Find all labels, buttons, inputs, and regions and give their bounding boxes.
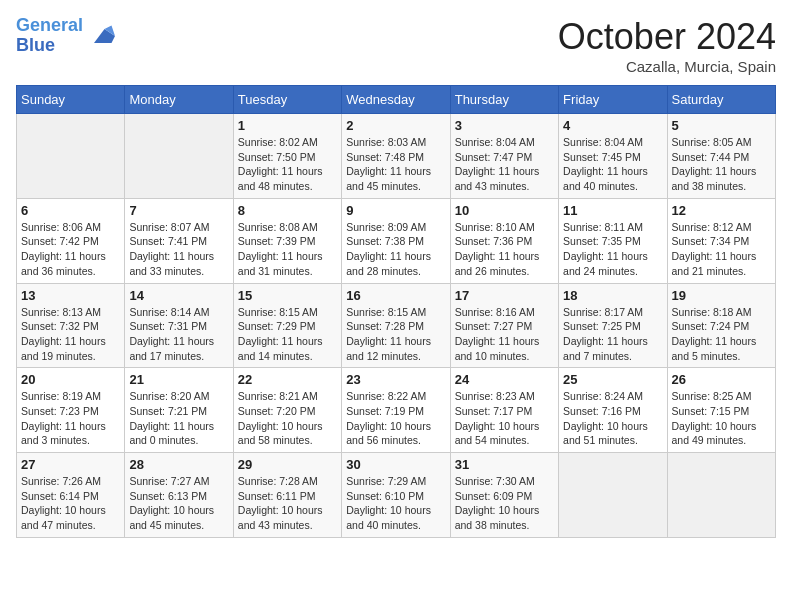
header-tuesday: Tuesday — [233, 86, 341, 114]
logo: GeneralBlue — [16, 16, 115, 56]
day-detail: Sunrise: 8:25 AM Sunset: 7:15 PM Dayligh… — [672, 389, 771, 448]
day-detail: Sunrise: 8:03 AM Sunset: 7:48 PM Dayligh… — [346, 135, 445, 194]
day-detail: Sunrise: 8:17 AM Sunset: 7:25 PM Dayligh… — [563, 305, 662, 364]
day-detail: Sunrise: 8:23 AM Sunset: 7:17 PM Dayligh… — [455, 389, 554, 448]
day-detail: Sunrise: 8:15 AM Sunset: 7:29 PM Dayligh… — [238, 305, 337, 364]
day-detail: Sunrise: 8:12 AM Sunset: 7:34 PM Dayligh… — [672, 220, 771, 279]
day-detail: Sunrise: 8:11 AM Sunset: 7:35 PM Dayligh… — [563, 220, 662, 279]
calendar-cell — [17, 114, 125, 199]
day-detail: Sunrise: 8:04 AM Sunset: 7:45 PM Dayligh… — [563, 135, 662, 194]
day-detail: Sunrise: 8:18 AM Sunset: 7:24 PM Dayligh… — [672, 305, 771, 364]
calendar-cell: 19Sunrise: 8:18 AM Sunset: 7:24 PM Dayli… — [667, 283, 775, 368]
calendar-cell: 14Sunrise: 8:14 AM Sunset: 7:31 PM Dayli… — [125, 283, 233, 368]
day-number: 25 — [563, 372, 662, 387]
day-number: 3 — [455, 118, 554, 133]
day-detail: Sunrise: 7:29 AM Sunset: 6:10 PM Dayligh… — [346, 474, 445, 533]
calendar-cell — [125, 114, 233, 199]
calendar-cell: 12Sunrise: 8:12 AM Sunset: 7:34 PM Dayli… — [667, 198, 775, 283]
day-detail: Sunrise: 8:07 AM Sunset: 7:41 PM Dayligh… — [129, 220, 228, 279]
day-number: 2 — [346, 118, 445, 133]
day-number: 16 — [346, 288, 445, 303]
title-block: October 2024 Cazalla, Murcia, Spain — [558, 16, 776, 75]
calendar-cell: 17Sunrise: 8:16 AM Sunset: 7:27 PM Dayli… — [450, 283, 558, 368]
day-number: 17 — [455, 288, 554, 303]
calendar-cell: 21Sunrise: 8:20 AM Sunset: 7:21 PM Dayli… — [125, 368, 233, 453]
day-number: 26 — [672, 372, 771, 387]
header-sunday: Sunday — [17, 86, 125, 114]
day-number: 8 — [238, 203, 337, 218]
day-number: 13 — [21, 288, 120, 303]
calendar-cell: 2Sunrise: 8:03 AM Sunset: 7:48 PM Daylig… — [342, 114, 450, 199]
header-saturday: Saturday — [667, 86, 775, 114]
header-monday: Monday — [125, 86, 233, 114]
calendar-cell: 1Sunrise: 8:02 AM Sunset: 7:50 PM Daylig… — [233, 114, 341, 199]
calendar-cell: 11Sunrise: 8:11 AM Sunset: 7:35 PM Dayli… — [559, 198, 667, 283]
week-row-5: 27Sunrise: 7:26 AM Sunset: 6:14 PM Dayli… — [17, 453, 776, 538]
calendar-cell: 22Sunrise: 8:21 AM Sunset: 7:20 PM Dayli… — [233, 368, 341, 453]
day-detail: Sunrise: 8:22 AM Sunset: 7:19 PM Dayligh… — [346, 389, 445, 448]
day-number: 1 — [238, 118, 337, 133]
calendar-cell: 30Sunrise: 7:29 AM Sunset: 6:10 PM Dayli… — [342, 453, 450, 538]
calendar-cell: 6Sunrise: 8:06 AM Sunset: 7:42 PM Daylig… — [17, 198, 125, 283]
calendar-cell: 29Sunrise: 7:28 AM Sunset: 6:11 PM Dayli… — [233, 453, 341, 538]
day-number: 31 — [455, 457, 554, 472]
calendar-cell: 23Sunrise: 8:22 AM Sunset: 7:19 PM Dayli… — [342, 368, 450, 453]
calendar-cell: 4Sunrise: 8:04 AM Sunset: 7:45 PM Daylig… — [559, 114, 667, 199]
day-detail: Sunrise: 7:26 AM Sunset: 6:14 PM Dayligh… — [21, 474, 120, 533]
day-number: 7 — [129, 203, 228, 218]
day-detail: Sunrise: 8:24 AM Sunset: 7:16 PM Dayligh… — [563, 389, 662, 448]
calendar-cell: 27Sunrise: 7:26 AM Sunset: 6:14 PM Dayli… — [17, 453, 125, 538]
week-row-3: 13Sunrise: 8:13 AM Sunset: 7:32 PM Dayli… — [17, 283, 776, 368]
week-row-1: 1Sunrise: 8:02 AM Sunset: 7:50 PM Daylig… — [17, 114, 776, 199]
week-row-4: 20Sunrise: 8:19 AM Sunset: 7:23 PM Dayli… — [17, 368, 776, 453]
day-detail: Sunrise: 8:08 AM Sunset: 7:39 PM Dayligh… — [238, 220, 337, 279]
day-number: 23 — [346, 372, 445, 387]
calendar-cell: 8Sunrise: 8:08 AM Sunset: 7:39 PM Daylig… — [233, 198, 341, 283]
calendar-cell: 24Sunrise: 8:23 AM Sunset: 7:17 PM Dayli… — [450, 368, 558, 453]
day-detail: Sunrise: 7:30 AM Sunset: 6:09 PM Dayligh… — [455, 474, 554, 533]
calendar-body: 1Sunrise: 8:02 AM Sunset: 7:50 PM Daylig… — [17, 114, 776, 538]
calendar-cell: 28Sunrise: 7:27 AM Sunset: 6:13 PM Dayli… — [125, 453, 233, 538]
calendar-header: SundayMondayTuesdayWednesdayThursdayFrid… — [17, 86, 776, 114]
header-wednesday: Wednesday — [342, 86, 450, 114]
calendar-cell: 16Sunrise: 8:15 AM Sunset: 7:28 PM Dayli… — [342, 283, 450, 368]
day-number: 27 — [21, 457, 120, 472]
day-number: 4 — [563, 118, 662, 133]
day-number: 22 — [238, 372, 337, 387]
day-number: 12 — [672, 203, 771, 218]
day-detail: Sunrise: 8:15 AM Sunset: 7:28 PM Dayligh… — [346, 305, 445, 364]
day-detail: Sunrise: 8:20 AM Sunset: 7:21 PM Dayligh… — [129, 389, 228, 448]
day-detail: Sunrise: 8:04 AM Sunset: 7:47 PM Dayligh… — [455, 135, 554, 194]
page-header: GeneralBlue October 2024 Cazalla, Murcia… — [16, 16, 776, 75]
day-detail: Sunrise: 8:06 AM Sunset: 7:42 PM Dayligh… — [21, 220, 120, 279]
day-number: 11 — [563, 203, 662, 218]
calendar-cell: 25Sunrise: 8:24 AM Sunset: 7:16 PM Dayli… — [559, 368, 667, 453]
location: Cazalla, Murcia, Spain — [558, 58, 776, 75]
day-number: 6 — [21, 203, 120, 218]
day-detail: Sunrise: 8:21 AM Sunset: 7:20 PM Dayligh… — [238, 389, 337, 448]
calendar-cell: 26Sunrise: 8:25 AM Sunset: 7:15 PM Dayli… — [667, 368, 775, 453]
calendar-cell: 13Sunrise: 8:13 AM Sunset: 7:32 PM Dayli… — [17, 283, 125, 368]
day-number: 5 — [672, 118, 771, 133]
header-thursday: Thursday — [450, 86, 558, 114]
day-detail: Sunrise: 8:13 AM Sunset: 7:32 PM Dayligh… — [21, 305, 120, 364]
calendar-cell: 5Sunrise: 8:05 AM Sunset: 7:44 PM Daylig… — [667, 114, 775, 199]
day-detail: Sunrise: 8:16 AM Sunset: 7:27 PM Dayligh… — [455, 305, 554, 364]
day-detail: Sunrise: 7:28 AM Sunset: 6:11 PM Dayligh… — [238, 474, 337, 533]
day-number: 18 — [563, 288, 662, 303]
day-detail: Sunrise: 8:19 AM Sunset: 7:23 PM Dayligh… — [21, 389, 120, 448]
header-friday: Friday — [559, 86, 667, 114]
calendar-cell: 20Sunrise: 8:19 AM Sunset: 7:23 PM Dayli… — [17, 368, 125, 453]
calendar-cell — [667, 453, 775, 538]
day-number: 29 — [238, 457, 337, 472]
calendar-cell: 9Sunrise: 8:09 AM Sunset: 7:38 PM Daylig… — [342, 198, 450, 283]
day-detail: Sunrise: 8:10 AM Sunset: 7:36 PM Dayligh… — [455, 220, 554, 279]
day-number: 9 — [346, 203, 445, 218]
calendar-cell: 18Sunrise: 8:17 AM Sunset: 7:25 PM Dayli… — [559, 283, 667, 368]
calendar-table: SundayMondayTuesdayWednesdayThursdayFrid… — [16, 85, 776, 538]
month-title: October 2024 — [558, 16, 776, 58]
day-detail: Sunrise: 8:14 AM Sunset: 7:31 PM Dayligh… — [129, 305, 228, 364]
logo-text: GeneralBlue — [16, 16, 83, 56]
day-number: 21 — [129, 372, 228, 387]
day-detail: Sunrise: 8:02 AM Sunset: 7:50 PM Dayligh… — [238, 135, 337, 194]
